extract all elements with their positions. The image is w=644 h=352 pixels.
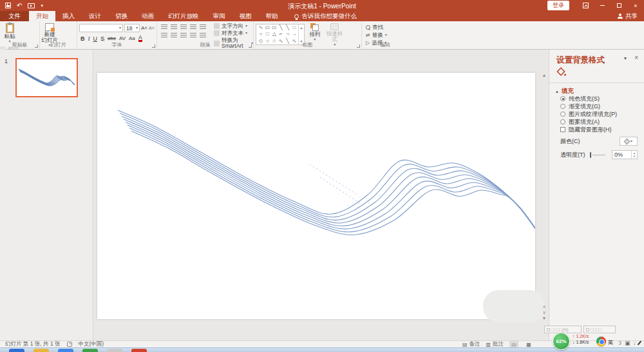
radio-icon[interactable] (560, 119, 565, 124)
shape-icon[interactable]: □ (292, 25, 296, 30)
previous-slide-icon[interactable]: ∧ (540, 304, 548, 309)
align-center-icon[interactable] (171, 33, 177, 39)
rounded-shape[interactable] (483, 290, 545, 322)
fill-option[interactable]: 图片或纹理填充(P) (560, 112, 617, 117)
transparency-slider-track[interactable] (592, 155, 605, 155)
minimize-button[interactable] (594, 0, 611, 11)
customize-qat-icon[interactable]: ▾ (41, 3, 43, 8)
normal-view-button[interactable]: ▭ (509, 341, 518, 347)
replace-button[interactable]: ⇄替换▾ (366, 32, 387, 38)
taskbar-app-icon[interactable] (58, 349, 73, 352)
strikethrough-button[interactable]: abc (108, 35, 116, 41)
slide-sorter-view-button[interactable]: ▦ (524, 341, 533, 347)
checkbox-icon[interactable] (560, 127, 565, 132)
transparency-slider-knob[interactable] (590, 152, 591, 158)
tab-审阅[interactable]: 审阅 (206, 11, 232, 21)
tab-帮助[interactable]: 帮助 (259, 11, 285, 21)
line-spacing-icon[interactable] (200, 24, 206, 30)
taskbar-app-icon[interactable] (82, 349, 98, 352)
tab-file[interactable]: 文件 (0, 11, 29, 21)
scroll-up-icon[interactable]: ▲ (540, 73, 548, 77)
decrease-indent-icon[interactable] (180, 24, 187, 30)
next-slide-icon[interactable]: ∨ (540, 309, 548, 315)
radio-icon[interactable] (560, 96, 565, 101)
close-button[interactable]: × (627, 0, 644, 11)
taskbar-app-icon[interactable] (131, 349, 147, 352)
fill-option[interactable]: 图案填充(A) (560, 119, 617, 124)
faint-ui-chip[interactable]: □□□□(N) (544, 326, 582, 333)
numbering-icon[interactable] (171, 24, 177, 30)
windows-taskbar[interactable] (0, 347, 644, 352)
bold-button[interactable]: B (80, 35, 85, 42)
text-shadow-button[interactable]: S (100, 35, 104, 42)
text-direction-button[interactable]: 文字方向▾ (214, 23, 253, 29)
hide-background-option[interactable]: 隐藏背景图形(H) (560, 127, 617, 132)
grow-font-button[interactable]: A˄ (141, 25, 147, 31)
taskbar-app-icon[interactable] (33, 349, 49, 352)
accessibility-icon[interactable] (67, 342, 72, 347)
slide-thumbnail[interactable] (15, 58, 78, 97)
fill-color-button[interactable]: ▾ (620, 137, 638, 146)
ribbon-display-options-button[interactable] (577, 0, 594, 11)
slide-scrollbar[interactable]: ▲ ∧ ∨ ▼ (540, 73, 548, 321)
slide[interactable] (97, 73, 535, 319)
radio-icon[interactable] (560, 104, 565, 109)
fill-bucket-icon[interactable] (556, 67, 567, 77)
tab-视图[interactable]: 视图 (232, 11, 259, 21)
shape-icon[interactable]: ⌐ (279, 32, 283, 37)
paste-button[interactable]: 粘贴 ▾ (0, 21, 19, 43)
shape-icon[interactable]: □ (266, 32, 269, 37)
start-slideshow-icon[interactable] (28, 3, 35, 8)
bullets-icon[interactable] (161, 24, 167, 30)
panel-options-icon[interactable]: ▾ (624, 55, 627, 61)
tab-设计[interactable]: 设计 (82, 11, 108, 21)
align-right-icon[interactable] (180, 33, 187, 39)
shape-icon[interactable]: ╲ (286, 25, 289, 30)
columns-icon[interactable] (200, 33, 206, 39)
tab-动画[interactable]: 动画 (135, 11, 161, 21)
network-speed-ball[interactable]: 62% (553, 333, 570, 350)
shape-icon[interactable]: ▭ (265, 25, 270, 30)
taskbar-app-icon[interactable] (107, 349, 122, 352)
increase-indent-icon[interactable] (190, 24, 196, 30)
font-size-combo[interactable]: 18▾ (124, 24, 140, 32)
ime-indicator[interactable]: 英 (608, 339, 614, 347)
change-case-button[interactable]: Aa (129, 35, 135, 41)
font-name-combo[interactable]: ▾ (79, 24, 123, 32)
tab-开始[interactable]: 开始 (29, 11, 55, 21)
taskbar-app-icon[interactable] (9, 349, 24, 352)
share-button[interactable]: 共享 (618, 11, 644, 21)
shape-icon[interactable]: △ (272, 32, 276, 37)
faint-ui-chip[interactable]: □□□□ (583, 326, 616, 333)
sign-in-button[interactable]: 登录 (547, 1, 569, 10)
shrink-font-button[interactable]: A˅ (149, 26, 155, 30)
tab-切换[interactable]: 切换 (108, 11, 135, 21)
shape-icon[interactable]: ¬ (286, 32, 289, 37)
fill-option[interactable]: 纯色填充(S) (560, 96, 617, 101)
dialog-launcher-icon[interactable] (357, 44, 360, 48)
save-icon[interactable] (5, 3, 11, 8)
fill-option[interactable]: 渐变填充(G) (560, 104, 617, 109)
dialog-launcher-icon[interactable] (152, 44, 155, 48)
shape-icon[interactable]: ╲ (279, 25, 283, 30)
tab-幻灯片放映[interactable]: 幻灯片放映 (161, 11, 206, 21)
character-spacing-button[interactable]: AV (119, 35, 126, 41)
tell-me-box[interactable]: 告诉我你想要做什么 (294, 11, 357, 21)
transparency-spinbox[interactable]: 0% ▲▼ (612, 150, 638, 159)
scroll-down-icon[interactable]: ▼ (540, 315, 548, 321)
shape-icon[interactable]: ∿ (259, 25, 263, 30)
justify-icon[interactable] (190, 33, 196, 39)
dialog-launcher-icon[interactable] (249, 44, 252, 48)
panel-close-icon[interactable]: × (634, 54, 638, 61)
underline-button[interactable]: U (93, 35, 98, 42)
shape-icon[interactable]: → (292, 32, 297, 37)
shape-icon[interactable]: ▭ (272, 25, 277, 30)
shape-icon[interactable]: ○ (260, 32, 263, 37)
align-text-button[interactable]: 对齐文本▾ (214, 30, 253, 36)
italic-button[interactable]: I (88, 35, 90, 42)
radio-icon[interactable] (560, 112, 565, 117)
spin-steppers[interactable]: ▲▼ (631, 151, 637, 159)
align-left-icon[interactable] (161, 33, 167, 39)
tab-插入[interactable]: 插入 (55, 11, 82, 21)
maximize-button[interactable] (611, 0, 627, 11)
